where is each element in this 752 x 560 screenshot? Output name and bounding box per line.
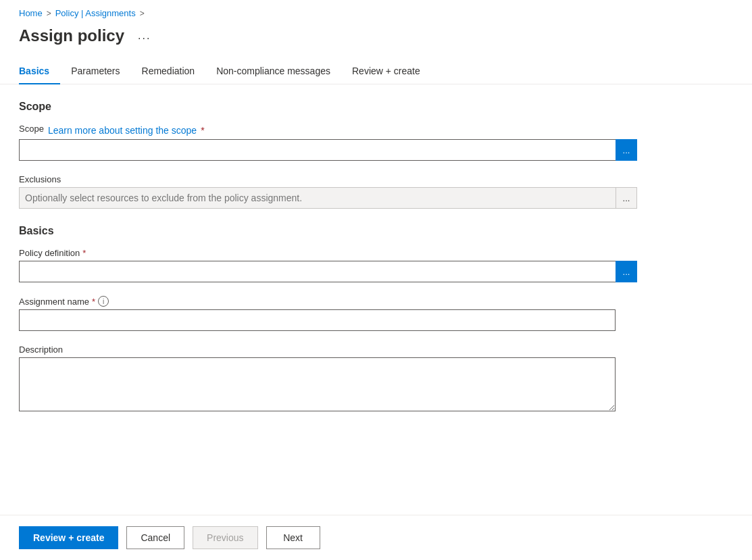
basics-section: Basics Policy definition * ... Assignmen…	[19, 225, 733, 413]
ellipsis-menu-button[interactable]: ...	[132, 27, 156, 45]
main-content: Scope Scope Learn more about setting the…	[0, 101, 752, 413]
description-textarea[interactable]	[19, 357, 616, 411]
assignment-name-label-row: Assignment name * i	[19, 296, 733, 307]
ellipsis-icon: ...	[138, 30, 151, 41]
policy-browse-icon: ...	[623, 267, 630, 277]
next-button[interactable]: Next	[266, 526, 320, 549]
review-create-button[interactable]: Review + create	[19, 526, 118, 549]
exclusions-input-row: ...	[19, 187, 733, 209]
breadcrumb-separator-1: >	[47, 9, 51, 18]
exclusions-input[interactable]	[19, 187, 616, 209]
cancel-button[interactable]: Cancel	[126, 526, 184, 549]
scope-label-row: Scope Learn more about setting the scope…	[19, 124, 733, 136]
page-header: Assign policy ...	[0, 24, 752, 59]
policy-required-asterisk: *	[82, 248, 86, 258]
scope-browse-icon: ...	[623, 145, 630, 155]
assignment-name-info-icon[interactable]: i	[98, 296, 109, 307]
basics-section-title: Basics	[19, 225, 733, 237]
policy-definition-field-group: Policy definition * ...	[19, 248, 733, 282]
tabs-container: Basics Parameters Remediation Non-compli…	[0, 59, 752, 84]
exclusions-field-group: Exclusions ...	[19, 174, 733, 209]
description-field-group: Description	[19, 345, 733, 413]
breadcrumb: Home > Policy | Assignments >	[0, 0, 752, 24]
policy-definition-label-row: Policy definition *	[19, 248, 733, 258]
exclusions-label: Exclusions	[19, 174, 733, 184]
scope-section: Scope Scope Learn more about setting the…	[19, 101, 733, 209]
previous-button: Previous	[193, 526, 257, 549]
policy-definition-input[interactable]	[19, 261, 616, 282]
tab-basics[interactable]: Basics	[19, 59, 60, 84]
exclusions-browse-icon: ...	[623, 193, 630, 203]
bottom-bar: Review + create Cancel Previous Next	[0, 515, 752, 560]
tab-remediation[interactable]: Remediation	[131, 59, 206, 84]
scope-field-group: Scope Learn more about setting the scope…	[19, 124, 733, 161]
scope-label: Scope	[19, 124, 44, 134]
scope-input-row: ...	[19, 139, 733, 161]
scope-browse-button[interactable]: ...	[616, 139, 637, 161]
tab-review-create[interactable]: Review + create	[341, 59, 431, 84]
breadcrumb-separator-2: >	[140, 9, 145, 18]
tab-parameters[interactable]: Parameters	[60, 59, 130, 84]
description-label: Description	[19, 345, 733, 355]
scope-required-asterisk: *	[201, 125, 204, 136]
policy-definition-label: Policy definition	[19, 248, 80, 258]
policy-definition-input-row: ...	[19, 261, 733, 282]
tab-non-compliance[interactable]: Non-compliance messages	[205, 59, 341, 84]
assignment-required-asterisk: *	[92, 297, 95, 307]
page-title: Assign policy	[19, 26, 124, 45]
scope-section-title: Scope	[19, 101, 733, 113]
assignment-name-input[interactable]	[19, 309, 616, 331]
scope-input[interactable]	[19, 139, 616, 161]
policy-definition-browse-button[interactable]: ...	[616, 261, 637, 282]
scope-learn-more-link[interactable]: Learn more about setting the scope	[48, 125, 197, 136]
exclusions-browse-button[interactable]: ...	[616, 187, 637, 209]
assignment-name-field-group: Assignment name * i	[19, 296, 733, 331]
assignment-name-label: Assignment name	[19, 297, 89, 307]
breadcrumb-home[interactable]: Home	[19, 8, 43, 18]
breadcrumb-policy-assignments[interactable]: Policy | Assignments	[55, 8, 136, 18]
